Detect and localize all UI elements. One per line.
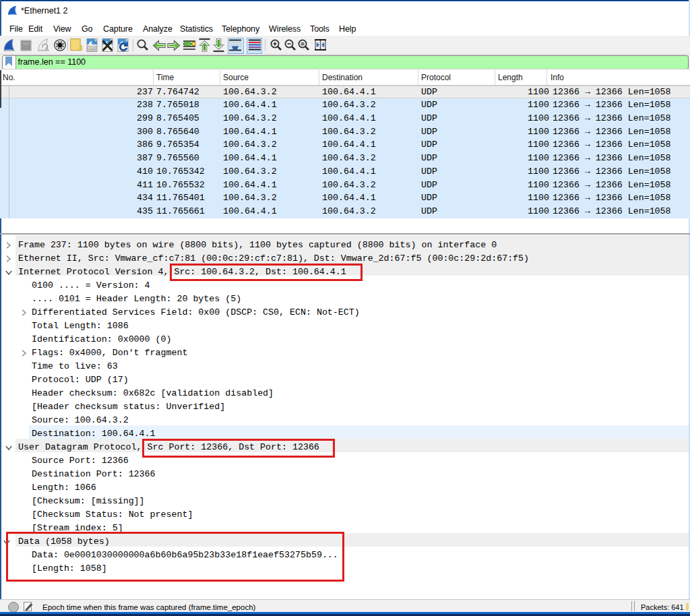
svg-text:010: 010 — [89, 47, 95, 51]
